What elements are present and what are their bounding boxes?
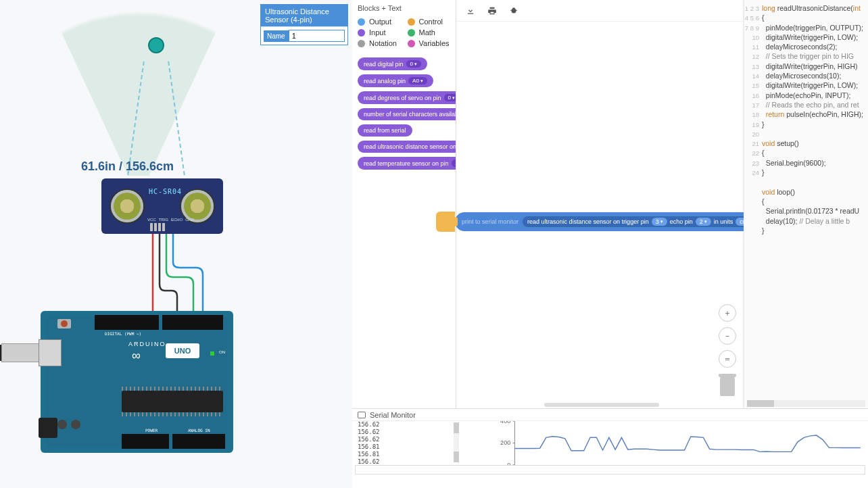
serial-monitor[interactable]: Serial Monitor 156.62 156.62 156.62 156.… — [352, 408, 868, 476]
name-input[interactable] — [289, 30, 345, 42]
zoom-fit-button[interactable]: ＝ — [719, 350, 736, 368]
serial-title: Serial Monitor — [370, 411, 416, 419]
bug-icon[interactable] — [509, 6, 519, 16]
trash-icon[interactable] — [720, 377, 735, 396]
toolbox-block[interactable]: read analog pinA0 — [358, 74, 433, 87]
blocks-workspace[interactable]: print to serial monitor read ultrasonic … — [456, 0, 744, 408]
toolbox-block[interactable]: read from serial — [358, 124, 412, 137]
header-digital-left[interactable] — [95, 315, 159, 330]
category-input[interactable]: Input — [358, 28, 401, 36]
serial-plot: 0200400 — [494, 421, 864, 465]
reset-button[interactable] — [57, 319, 71, 328]
header-digital-right[interactable] — [162, 315, 223, 330]
zoom-out-button[interactable]: － — [719, 327, 736, 345]
sensor-cone — [34, 0, 243, 176]
capacitor — [71, 420, 80, 429]
sensor-pins — [150, 223, 165, 231]
toolbox-block[interactable]: read digital pin0 — [358, 57, 427, 70]
serial-input[interactable] — [355, 465, 865, 474]
toolbox-block[interactable]: read temperature sensor on pinA0 — [358, 157, 456, 170]
usb-plug — [1, 343, 42, 362]
echo-pin-dropdown[interactable]: 2 — [696, 218, 711, 226]
code-text: long readUltrasonicDistance(int { pinMod… — [762, 3, 863, 235]
sensor-model-label: HC-SR04 — [149, 188, 182, 195]
header-power[interactable] — [122, 434, 169, 449]
download-icon[interactable] — [466, 6, 475, 16]
inspector-title: Ultrasonic Distance Sensor (4-pin) — [261, 5, 347, 26]
capacitor — [57, 420, 67, 429]
ultrasonic-read-slot[interactable]: read ultrasonic distance sensor on trigg… — [523, 216, 761, 227]
category-control[interactable]: Control — [408, 18, 451, 26]
transducer-left — [111, 190, 143, 222]
workspace-scrollbar[interactable] — [544, 403, 659, 407]
blocks-toolbox[interactable]: Blocks + Text OutputControlInputMathNota… — [352, 0, 456, 408]
component-inspector[interactable]: Ultrasonic Distance Sensor (4-pin) Name — [260, 4, 348, 45]
category-notation[interactable]: Notation — [358, 39, 401, 47]
on-label: ON — [219, 350, 225, 354]
analog-label: ANALOG IN — [188, 428, 210, 433]
digital-label: DIGITAL (PWM ~) — [105, 331, 141, 336]
category-math[interactable]: Math — [408, 28, 451, 36]
workspace-controls: ＋ － ＝ — [719, 304, 736, 396]
target-ball[interactable] — [148, 37, 164, 53]
power-label: POWER — [145, 428, 158, 433]
toolbox-block[interactable]: number of serial characters available — [358, 108, 456, 120]
category-output[interactable]: Output — [358, 18, 401, 26]
print-label: print to serial monitor — [462, 218, 519, 225]
code-scrollbar[interactable]: ‹ — [747, 400, 865, 407]
blocks-mode-label[interactable]: Blocks + Text — [358, 4, 450, 12]
category-variables[interactable]: Variables — [408, 39, 451, 47]
circuit-canvas[interactable]: 61.6in / 156.6cm HC-SR04 VCCTRIGECHOGND … — [0, 0, 352, 488]
print-icon[interactable] — [487, 6, 497, 16]
arduino-board[interactable]: ARDUINO ∞ UNO ON DIGITAL (PWM ~) POWER A… — [41, 311, 233, 453]
svg-text:200: 200 — [500, 439, 510, 446]
zoom-in-button[interactable]: ＋ — [719, 304, 736, 322]
serial-scrollbar[interactable] — [454, 422, 459, 462]
serial-output: 156.62 156.62 156.62 156.81 156.81 156.6… — [358, 421, 452, 464]
sensor-pin-labels: VCCTRIGECHOGND — [147, 218, 195, 222]
arduino-model: UNO — [166, 343, 199, 358]
power-led — [210, 351, 214, 356]
code-panel[interactable]: 1 2 3 4 5 6 7 8 9 10 11 12 13 14 15 16 1… — [744, 0, 868, 408]
serial-icon — [358, 412, 366, 418]
line-gutter: 1 2 3 4 5 6 7 8 9 10 11 12 13 14 15 16 1… — [744, 4, 759, 178]
name-field-label: Name — [264, 30, 289, 42]
arduino-logo-icon: ∞ — [132, 349, 141, 363]
atmega-chip — [122, 391, 223, 412]
toolbox-block[interactable]: read degrees of servo on pin0 — [358, 91, 456, 104]
trigger-pin-dropdown[interactable]: 3 — [652, 218, 667, 226]
arduino-brand: ARDUINO — [128, 341, 166, 347]
header-analog[interactable] — [172, 434, 225, 449]
ultrasonic-sensor[interactable]: HC-SR04 VCCTRIGECHOGND — [101, 178, 223, 234]
usb-port — [39, 339, 62, 366]
workspace-toolbar — [456, 0, 743, 22]
block-notch — [436, 212, 455, 232]
svg-text:400: 400 — [500, 421, 510, 424]
barrel-jack — [39, 418, 57, 438]
toolbox-block[interactable]: read ultrasonic distance sensor on trigg… — [358, 141, 456, 153]
distance-reading: 61.6in / 156.6cm — [81, 160, 174, 174]
